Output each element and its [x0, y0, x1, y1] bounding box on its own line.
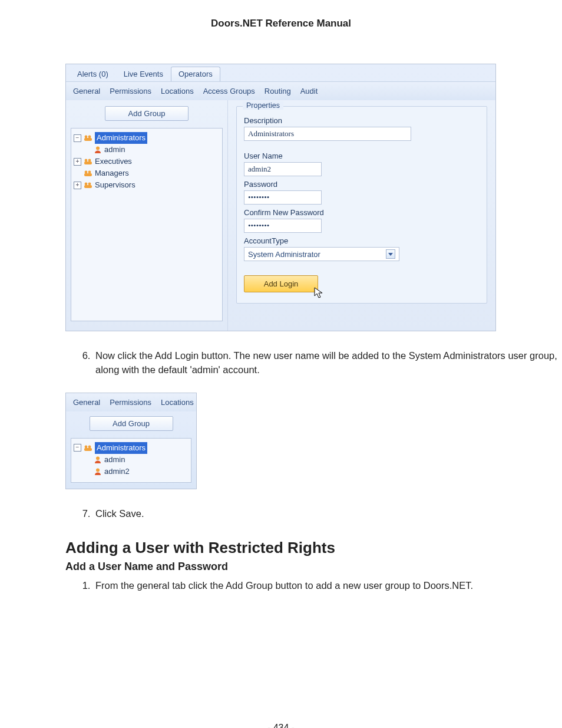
- expand-toggle[interactable]: −: [74, 134, 81, 142]
- expand-toggle[interactable]: +: [74, 158, 81, 166]
- password-label: Password: [244, 180, 480, 189]
- tree-node-supervisors[interactable]: Supervisors: [95, 179, 135, 191]
- svg-point-16: [96, 456, 100, 460]
- confirm-password-label: Confirm New Password: [244, 208, 480, 217]
- account-type-select[interactable]: System Administrator: [244, 247, 399, 261]
- account-type-value: System Administrator: [248, 250, 320, 259]
- operators-window: Alerts (0) Live Events Operators General…: [65, 64, 496, 331]
- group-icon: [84, 182, 92, 189]
- subtab-locations[interactable]: Locations: [160, 85, 195, 97]
- svg-rect-12: [84, 185, 92, 188]
- description-label: Description: [244, 116, 480, 125]
- svg-point-4: [85, 159, 88, 162]
- tab-live-events[interactable]: Live Events: [116, 67, 171, 81]
- subtab-locations[interactable]: Locations: [160, 397, 195, 408]
- user-icon: [94, 146, 102, 154]
- svg-point-0: [85, 136, 88, 139]
- group-icon: [84, 444, 92, 452]
- add-login-label: Add Login: [264, 279, 299, 288]
- tree-node-administrators[interactable]: Administrators: [95, 132, 147, 144]
- svg-point-14: [88, 445, 91, 448]
- top-tabs: Alerts (0) Live Events Operators: [66, 64, 495, 81]
- subtab-permissions[interactable]: Permissions: [108, 85, 153, 97]
- sub-tabs: General Permissions Locations Access Gro…: [66, 81, 495, 100]
- svg-point-13: [85, 445, 88, 448]
- username-field[interactable]: admin2: [244, 162, 322, 176]
- subtab-permissions[interactable]: Permissions: [108, 397, 153, 408]
- page-number: - 434 -: [0, 723, 562, 728]
- user-icon: [94, 467, 102, 476]
- tab-operators[interactable]: Operators: [171, 67, 220, 81]
- tree-node-administrators[interactable]: Administrators: [95, 442, 147, 454]
- subsection-heading: Add a User Name and Password: [65, 561, 562, 573]
- confirm-password-field[interactable]: ••••••••: [244, 219, 322, 233]
- subtab-audit[interactable]: Audit: [299, 85, 319, 97]
- group-icon: [84, 158, 92, 165]
- tab-alerts[interactable]: Alerts (0): [70, 67, 116, 81]
- svg-point-8: [88, 171, 91, 174]
- description-field[interactable]: Administrators: [244, 127, 411, 141]
- username-label: User Name: [244, 151, 480, 160]
- step-7: Click Save.: [93, 507, 562, 521]
- step-1: From the general tab click the Add Group…: [93, 579, 562, 593]
- expand-toggle[interactable]: +: [74, 182, 81, 189]
- svg-point-7: [85, 171, 88, 174]
- svg-rect-6: [84, 162, 92, 164]
- tree-node-admin[interactable]: admin: [104, 454, 125, 466]
- add-group-button[interactable]: Add Group: [90, 416, 173, 431]
- sub-tabs-small: General Permissions Locations: [66, 393, 196, 411]
- cursor-icon: [314, 287, 323, 299]
- user-icon: [94, 456, 102, 464]
- properties-panel: Properties Description Administrators Us…: [236, 106, 487, 304]
- groups-tree: − Administrators admin + Executives: [71, 128, 223, 321]
- chevron-down-icon: [386, 249, 395, 259]
- account-type-label: AccountType: [244, 236, 480, 245]
- add-group-button[interactable]: Add Group: [105, 106, 189, 121]
- subtab-routing[interactable]: Routing: [263, 85, 292, 97]
- section-heading: Adding a User with Restricted Rights: [65, 539, 562, 557]
- operators-window-small: General Permissions Locations Add Group …: [65, 393, 197, 489]
- subtab-access-groups[interactable]: Access Groups: [202, 85, 256, 97]
- svg-point-17: [96, 468, 100, 472]
- svg-rect-9: [84, 173, 92, 176]
- expand-toggle[interactable]: −: [74, 444, 81, 452]
- panel-title: Properties: [243, 101, 283, 110]
- svg-point-11: [88, 183, 91, 186]
- tree-node-admin2[interactable]: admin2: [104, 466, 130, 477]
- tree-node-admin[interactable]: admin: [104, 144, 125, 156]
- subtab-general[interactable]: General: [72, 397, 101, 408]
- svg-rect-15: [84, 448, 92, 451]
- group-icon: [84, 134, 92, 141]
- svg-point-10: [85, 183, 88, 186]
- doc-title: Doors.NET Reference Manual: [0, 18, 562, 29]
- svg-point-1: [88, 136, 91, 139]
- groups-tree-small: − Administrators admin admin2: [71, 438, 191, 483]
- svg-point-3: [96, 147, 100, 150]
- tree-node-executives[interactable]: Executives: [95, 156, 132, 167]
- password-field[interactable]: ••••••••: [244, 190, 322, 205]
- add-login-button[interactable]: Add Login: [244, 275, 318, 292]
- group-icon: [84, 170, 92, 177]
- tree-node-managers[interactable]: Managers: [95, 167, 129, 179]
- step-6: Now click the Add Login button. The new …: [93, 349, 562, 377]
- subtab-general[interactable]: General: [72, 85, 101, 97]
- svg-rect-2: [84, 138, 92, 141]
- svg-point-5: [88, 159, 91, 162]
